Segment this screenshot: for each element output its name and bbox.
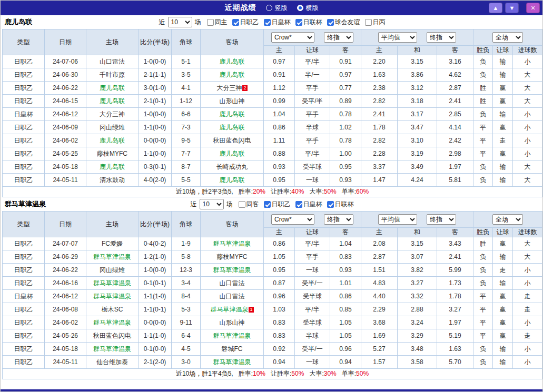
average-select[interactable]: 平均值 (378, 214, 417, 225)
avg-stage-select[interactable]: 终指 (427, 214, 456, 225)
column-header: 角球 (172, 29, 201, 55)
checkbox-icon[interactable] (327, 19, 334, 26)
result-outcome-cell: 负 (473, 108, 493, 121)
odds-home-cell: 0.92 (264, 343, 295, 356)
avg-stage-select[interactable]: 终指 (427, 32, 456, 43)
handicap-cell: 一球 (295, 356, 330, 369)
date-cell: 24-06-30 (45, 68, 86, 82)
home-team-cell: 鹿儿岛联 (86, 134, 139, 147)
summary-stat-label: 让胜率: (271, 370, 291, 377)
column-header: 日期 (45, 212, 86, 237)
layout-option-horizontal[interactable]: 横版 (297, 4, 319, 13)
checkbox-icon[interactable] (232, 19, 239, 26)
checkbox-icon[interactable] (327, 201, 334, 208)
result-handicap-cell: 输 (493, 174, 513, 187)
checkbox-icon[interactable] (365, 19, 372, 26)
layout-option-vertical[interactable]: 竖版 (266, 4, 288, 13)
avg-home-cell: 5.27 (361, 343, 398, 356)
home-team-name: 鹿儿岛联 (100, 97, 125, 105)
filter-label: 日职乙 (240, 18, 259, 27)
avg-draw-cell: 3.10 (398, 134, 437, 147)
date-cell: 24-05-26 (45, 329, 86, 343)
corners-cell: 12-3 (172, 264, 201, 277)
filter-label: 日联杯 (303, 18, 322, 27)
league-type-cell: 日职乙 (3, 121, 45, 134)
home-team-cell: 群马草津温泉 (86, 343, 139, 356)
column-header: 比分(半场) (139, 29, 172, 55)
score-cell: 0-3(0-1) (139, 160, 172, 174)
home-team-cell: 鹿儿岛联 (86, 160, 139, 174)
sub-column-header: 主 (361, 46, 398, 55)
checkbox-icon[interactable] (264, 19, 271, 26)
scope-select[interactable]: 全场 (492, 214, 523, 225)
result-outcome-cell: 负 (473, 343, 493, 356)
filter-checkbox-item[interactable]: 日职乙 (232, 18, 259, 27)
score-cell: 1-0(0-0) (139, 108, 172, 121)
bookmaker-select[interactable]: Crow* (271, 214, 314, 225)
close-icon[interactable]: × (526, 3, 540, 13)
avg-away-cell: 3.43 (437, 237, 473, 250)
odds-away-cell: 1.01 (330, 277, 361, 290)
result-group-header: 全场 (473, 212, 542, 228)
result-handicap-cell: 赢 (493, 95, 513, 108)
bookmaker-select[interactable]: Crow* (271, 32, 314, 43)
home-team-name: 冈山绿雉 (100, 124, 125, 131)
home-team-cell: 栃木SC (86, 303, 139, 316)
date-cell: 24-05-18 (45, 343, 86, 356)
away-team-cell: 鹿儿岛联 (201, 108, 264, 121)
filter-checkbox-item[interactable]: 日皇杯 (295, 200, 322, 209)
column-header: 类型 (3, 29, 45, 55)
checkbox-icon[interactable] (207, 19, 214, 26)
home-team-name: 鹿儿岛联 (100, 163, 125, 170)
filter-checkbox-item[interactable]: 球会友谊 (327, 18, 360, 27)
result-handicap-cell: 赢 (493, 290, 513, 303)
match-row: 日职乙24-05-25藤枝MYFC1-1(0-0)7-7鹿儿岛联0.88平/半1… (3, 147, 542, 160)
home-team-cell: 群马草津温泉 (86, 316, 139, 329)
average-select[interactable]: 平均值 (378, 32, 417, 43)
filter-label: 日皇杯 (303, 200, 322, 209)
odds-stage-select[interactable]: 终指 (324, 214, 353, 225)
home-team-name: 大分三神 (100, 110, 125, 118)
home-team-cell: 清水鼓动 (86, 174, 139, 187)
home-team-name: FC爱媛 (102, 240, 123, 247)
section-bar: 群马草津温泉近10场同客日职乙日皇杯日联杯 (1, 197, 542, 211)
result-handicap-cell: 走 (493, 134, 513, 147)
filter-checkbox-item[interactable]: 日联杯 (327, 200, 354, 209)
sub-column-header: 主 (264, 228, 295, 237)
filter-checkbox-item[interactable]: 日皇杯 (264, 18, 291, 27)
avg-draw-cell: 3.15 (398, 55, 437, 68)
result-handicap-cell: 输 (493, 160, 513, 174)
radio-label: 横版 (306, 4, 319, 13)
result-goals-cell: 小 (513, 343, 542, 356)
filter-checkbox-item[interactable]: 日丙 (365, 18, 386, 27)
handicap-cell: 平手 (295, 82, 330, 95)
result-goals-cell: 小 (513, 55, 542, 68)
avg-draw-cell: 3.49 (398, 160, 437, 174)
checkbox-icon[interactable] (264, 201, 271, 208)
filter-checkbox-item[interactable]: 日联杯 (295, 18, 322, 27)
filter-checkbox-item[interactable]: 同主 (207, 18, 228, 27)
league-type-cell: 日职乙 (3, 329, 45, 343)
checkbox-icon[interactable] (239, 201, 245, 208)
match-count-select[interactable]: 10 (200, 199, 224, 209)
summary-stat-value: 60% (356, 188, 369, 195)
scope-select[interactable]: 全场 (492, 32, 523, 43)
filter-checkbox-item[interactable]: 同客 (239, 200, 259, 209)
score-cell: 1-1(0-0) (139, 121, 172, 134)
match-row: 日职乙24-06-30千叶市原2-1(1-1)3-5鹿儿岛联0.91半/一0.9… (3, 68, 542, 82)
avg-draw-cell: 3.24 (398, 316, 437, 329)
scroll-down-button[interactable]: ▼ (505, 3, 519, 13)
score-cell: 1-1(1-0) (139, 329, 172, 343)
handicap-cell: 半球 (295, 121, 330, 134)
scroll-up-button[interactable]: ▲ (489, 3, 502, 13)
checkbox-icon[interactable] (295, 19, 302, 26)
odds-away-cell: 0.91 (330, 55, 361, 68)
avg-home-cell: 2.82 (361, 95, 398, 108)
result-outcome-cell: 平 (473, 147, 493, 160)
corners-cell: 8-4 (172, 290, 201, 303)
filter-checkbox-item[interactable]: 日职乙 (264, 200, 291, 209)
match-count-select[interactable]: 10 (168, 17, 192, 27)
checkbox-icon[interactable] (295, 201, 302, 208)
titlebar-buttons: ▲ ▼ × (489, 3, 542, 13)
odds-stage-select[interactable]: 终指 (324, 32, 353, 43)
